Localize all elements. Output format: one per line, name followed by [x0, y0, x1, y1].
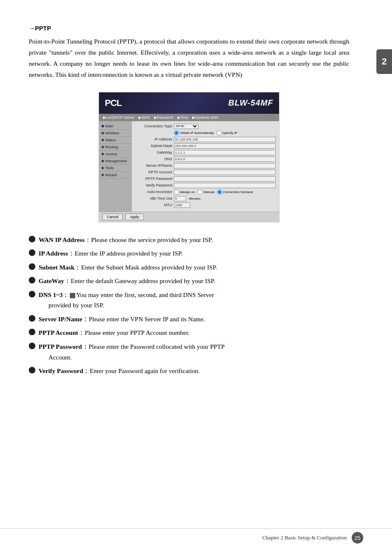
verify-password-input[interactable] [174, 183, 276, 188]
bullet-pptp-account: PPTP Account：Please enter your PPTP Acco… [29, 327, 349, 338]
nav-wan[interactable]: ▶WAN [137, 115, 152, 120]
nav-landhcp[interactable]: ▶LanDHCP Server [101, 115, 136, 120]
bullet-icon-ip-address [29, 249, 35, 256]
dns-icon [70, 293, 75, 298]
gateway-input[interactable] [174, 150, 276, 155]
gateway-row: GateWay [135, 150, 276, 155]
bullet-icon-server-ip [29, 315, 35, 322]
sidebar-item-wizard[interactable]: Wizard [99, 172, 132, 179]
bullet-gateway: GateWay：Enter the default Gateway addres… [29, 276, 349, 286]
page-footer: Chapter 2 Basic Setup & Configuration 25 [0, 528, 392, 543]
bullet-icon-pptp-password [29, 343, 35, 349]
bullet-icon-gateway [29, 277, 35, 283]
pptp-account-label: PPTP Account [135, 170, 172, 174]
reconnect-manual[interactable]: Manual [197, 189, 214, 195]
bullet-text-pptp-account: PPTP Account：Please enter your PPTP Acco… [39, 327, 349, 338]
page-number-badge: 25 [352, 532, 363, 543]
conn-type-label: Connection Type [135, 124, 172, 128]
gateway-label: GateWay [135, 150, 172, 154]
nav-dynamic-dns[interactable]: ▶Dynamic DNS [191, 115, 220, 120]
tab-number: 2 [382, 56, 387, 67]
router-nav: ▶LanDHCP Server ▶WAN ▶Password ▶Time ▶Dy… [99, 114, 279, 121]
bullet-icon-subnet-mask [29, 263, 35, 270]
body-paragraph: Point-to-Point Tunneling Protocol (PPTP)… [29, 36, 349, 81]
sidebar-item-wireless[interactable]: Wireless [99, 130, 132, 137]
reconnect-demand[interactable]: Connection Demand [217, 189, 253, 195]
bullet-icon-dns [29, 291, 35, 297]
cancel-button[interactable]: Cancel [102, 214, 123, 220]
bullet-text-ip-address: IP Address：Enter the IP address provided… [39, 248, 349, 259]
bullet-text-gateway: GateWay：Enter the default Gateway addres… [39, 276, 349, 286]
bullet-text-verify-password: Verify Password：Enter your Password agai… [39, 366, 349, 376]
sidebar-item-status[interactable]: Status [99, 137, 132, 144]
mtu-input[interactable] [174, 203, 190, 208]
idle-time-input[interactable] [174, 196, 186, 201]
reconnect-label: Auto-reconnect [135, 190, 172, 194]
bullet-icon-pptp-account [29, 329, 35, 335]
dns-input[interactable] [174, 157, 276, 162]
bullet-ip-address: IP Address：Enter the IP address provided… [29, 248, 349, 259]
router-sidebar: Main Wireless Status Routing Access [99, 121, 132, 212]
pptp-password-continuation: Account. [39, 354, 71, 361]
idle-time-label: Idle Time Out [135, 196, 172, 200]
bullet-server-ip: Server IP/Name：Please enter the VPN Serv… [29, 314, 349, 325]
bullet-text-pptp-password: PPTP Password：Please enter the Password … [39, 341, 349, 362]
bullet-text-dns: DNS 1~3：You may enter the first, second,… [39, 290, 349, 311]
bullet-text-server-ip: Server IP/Name：Please enter the VPN Serv… [39, 314, 349, 325]
subnet-mask-label: Subnet Mask [135, 144, 172, 148]
pptp-password-row: PPTP Password [135, 176, 276, 182]
radio-obtain-auto[interactable]: Obtain IP Automatically [174, 130, 214, 136]
bullet-wan-ip: WAN IP Address：Please choose the service… [29, 235, 349, 245]
reconnect-always[interactable]: Always on [174, 189, 195, 195]
sidebar-item-management[interactable]: Management [99, 158, 132, 165]
pptp-password-input[interactable] [174, 176, 276, 182]
bullet-dns: DNS 1~3：You may enter the first, second,… [29, 290, 349, 311]
router-body: Main Wireless Status Routing Access [99, 121, 279, 212]
nav-password[interactable]: ▶Password [152, 115, 175, 120]
section-heading: →PPTP [29, 25, 349, 32]
ip-address-input[interactable] [174, 137, 276, 142]
bullet-text-subnet-mask: Subnet Mask：Enter the Subnet Mask addres… [39, 262, 349, 273]
dns-continuation: provided by your ISP. [39, 302, 104, 309]
sidebar-item-routing[interactable]: Routing [99, 144, 132, 151]
footer-chapter-text: Chapter 2 Basic Setup & Configuration [263, 534, 347, 541]
server-ip-row: Server IP/Name [135, 163, 276, 168]
chapter-tab: 2 [376, 49, 392, 74]
verify-password-label: Verify Password [135, 183, 172, 187]
reconnect-row: Auto-reconnect Always on Manual Connecti… [135, 189, 276, 195]
sidebar-item-tools[interactable]: Tools [99, 165, 132, 172]
router-screenshot: PCL BLW-54MF ▶LanDHCP Server ▶WAN ▶Passw… [29, 92, 349, 222]
subnet-mask-input[interactable] [174, 143, 276, 149]
ip-radio-group: Obtain IP Automatically Specify IP [174, 130, 276, 136]
server-ip-label: Server IP/Name [135, 164, 172, 168]
reconnect-options: Always on Manual Connection Demand [174, 189, 276, 195]
verify-password-row: Verify Password [135, 183, 276, 188]
pptp-account-row: PPTP Account [135, 170, 276, 175]
connection-type-row: Connection Type PPTP [135, 124, 276, 129]
bullet-list: WAN IP Address：Please choose the service… [29, 235, 349, 376]
server-ip-input[interactable] [174, 163, 276, 168]
pptp-account-input[interactable] [174, 170, 276, 175]
bullet-verify-password: Verify Password：Enter your Password agai… [29, 366, 349, 376]
router-main-form: Connection Type PPTP Obtain IP Automatic… [132, 121, 279, 212]
connection-type-select[interactable]: PPTP [174, 124, 198, 129]
router-footer: Cancel Apply [99, 212, 279, 222]
bullet-icon-wan-ip [29, 236, 35, 242]
idle-time-row: Idle Time Out Minutes [135, 196, 276, 201]
router-header: PCL BLW-54MF [99, 92, 279, 114]
dns-row: DNS [135, 157, 276, 162]
ip-address-label: IP Address [135, 137, 172, 141]
apply-button[interactable]: Apply [125, 214, 144, 220]
sidebar-item-main[interactable]: Main [99, 123, 132, 130]
ip-mode-row: Obtain IP Automatically Specify IP [135, 130, 276, 136]
router-model: BLW-54MF [228, 98, 273, 108]
radio-specify-ip[interactable]: Specify IP [217, 130, 238, 136]
sidebar-item-access[interactable]: Access [99, 151, 132, 158]
dns-label: DNS [135, 157, 172, 161]
pptp-password-label: PPTP Password [135, 177, 172, 181]
mtu-row: MTU [135, 203, 276, 208]
mtu-label: MTU [135, 203, 172, 207]
router-logo: PCL [105, 98, 122, 108]
nav-time[interactable]: ▶Time [176, 115, 190, 120]
bullet-text-wan-ip: WAN IP Address：Please choose the service… [39, 235, 349, 245]
